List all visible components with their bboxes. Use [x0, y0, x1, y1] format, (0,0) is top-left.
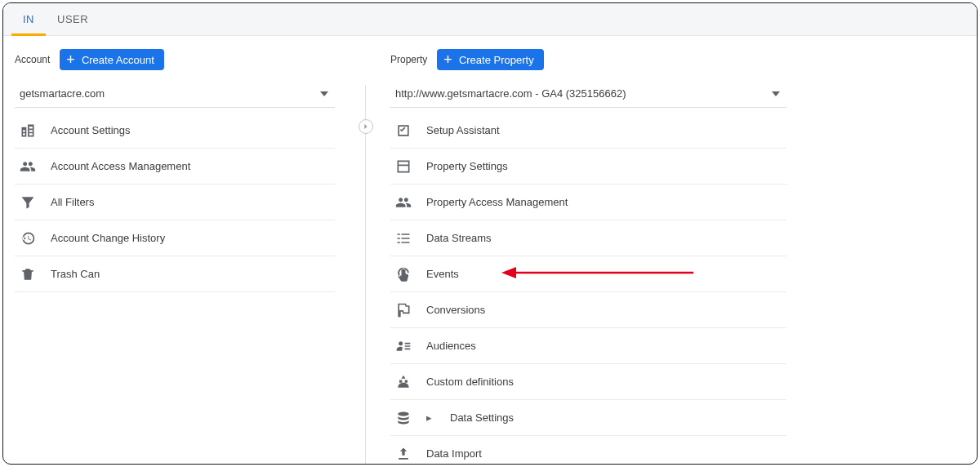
menu-label: Trash Can [51, 268, 100, 280]
menu-label: Data Settings [450, 411, 514, 424]
menu-item-data-import[interactable]: Data Import [390, 436, 786, 465]
property-column: Property + Create Property http://www.ge… [365, 36, 977, 464]
custom-icon [395, 374, 412, 390]
plus-icon: + [66, 52, 75, 67]
property-selected: http://www.getsmartacre.com - GA4 (32515… [395, 87, 626, 100]
menu-label: Data Streams [426, 232, 491, 244]
streams-icon [395, 230, 412, 247]
menu-item-trash-can[interactable]: Trash Can [15, 256, 335, 292]
menu-label: Account Access Management [51, 160, 190, 172]
checkbox-icon [395, 122, 412, 139]
filter-icon [20, 194, 36, 211]
admin-panel: IN USER Account + Create Account getsmar… [2, 2, 978, 465]
menu-item-account-access[interactable]: Account Access Management [15, 149, 335, 185]
create-account-button[interactable]: + Create Account [60, 49, 163, 70]
chevron-down-icon [320, 91, 328, 96]
database-icon [395, 410, 412, 426]
menu-item-all-filters[interactable]: All Filters [15, 185, 335, 220]
audience-icon [395, 338, 412, 354]
building-icon [20, 122, 36, 139]
menu-label: Custom definitions [426, 376, 514, 388]
trash-icon [20, 266, 36, 282]
account-menu: Account Settings Account Access Manageme… [15, 113, 335, 292]
account-selected: getsmartacre.com [20, 87, 105, 100]
arrow-right-icon [362, 122, 370, 131]
account-section-label: Account [15, 54, 50, 65]
tab-user[interactable]: USER [46, 3, 100, 35]
menu-label: Account Change History [51, 232, 165, 244]
create-property-label: Create Property [459, 54, 534, 66]
admin-columns: Account + Create Account getsmartacre.co… [3, 36, 977, 464]
menu-item-custom-definitions[interactable]: Custom definitions [390, 364, 786, 400]
menu-label: Property Settings [426, 160, 508, 172]
property-section-label: Property [390, 54, 427, 65]
menu-label: Setup Assistant [426, 124, 500, 136]
tab-admin[interactable]: IN [11, 3, 46, 35]
menu-label: Conversions [426, 304, 485, 316]
property-header: Property + Create Property [390, 49, 977, 70]
menu-item-change-history[interactable]: Account Change History [15, 220, 335, 256]
chevron-down-icon [772, 91, 780, 96]
account-selector[interactable]: getsmartacre.com [15, 83, 335, 108]
menu-label: Events [426, 268, 459, 280]
layout-icon [395, 158, 412, 175]
menu-item-conversions[interactable]: Conversions [390, 292, 786, 328]
plus-icon: + [443, 52, 452, 67]
touch-icon [395, 266, 412, 282]
menu-label: Data Import [426, 447, 482, 460]
menu-item-account-settings[interactable]: Account Settings [15, 113, 335, 149]
top-tabs: IN USER [3, 3, 977, 36]
chevron-right-icon: ▸ [426, 411, 432, 424]
column-divider [365, 85, 366, 464]
property-menu: Setup Assistant Property Settings Proper… [390, 113, 786, 465]
upload-icon [395, 446, 412, 462]
menu-label: Property Access Management [426, 196, 568, 208]
create-account-label: Create Account [82, 54, 154, 66]
menu-item-property-settings[interactable]: Property Settings [390, 149, 786, 185]
menu-label: All Filters [51, 196, 94, 208]
menu-item-setup-assistant[interactable]: Setup Assistant [390, 113, 786, 149]
collapse-account-button[interactable] [359, 119, 373, 134]
people-icon [395, 194, 412, 211]
menu-item-events[interactable]: Events [390, 256, 786, 292]
menu-item-audiences[interactable]: Audiences [390, 328, 786, 364]
history-icon [20, 230, 36, 247]
menu-label: Account Settings [51, 124, 131, 136]
menu-item-data-settings[interactable]: ▸ Data Settings [390, 400, 786, 436]
flag-icon [395, 302, 412, 318]
tab-user-label: USER [57, 13, 88, 25]
account-header: Account + Create Account [15, 49, 365, 70]
tab-admin-label: IN [23, 13, 34, 25]
account-column: Account + Create Account getsmartacre.co… [3, 36, 365, 464]
menu-label: Audiences [426, 340, 476, 352]
property-selector[interactable]: http://www.getsmartacre.com - GA4 (32515… [390, 83, 786, 108]
create-property-button[interactable]: + Create Property [437, 49, 543, 70]
people-icon [20, 158, 36, 175]
menu-item-data-streams[interactable]: Data Streams [390, 220, 786, 256]
menu-item-property-access[interactable]: Property Access Management [390, 185, 786, 220]
